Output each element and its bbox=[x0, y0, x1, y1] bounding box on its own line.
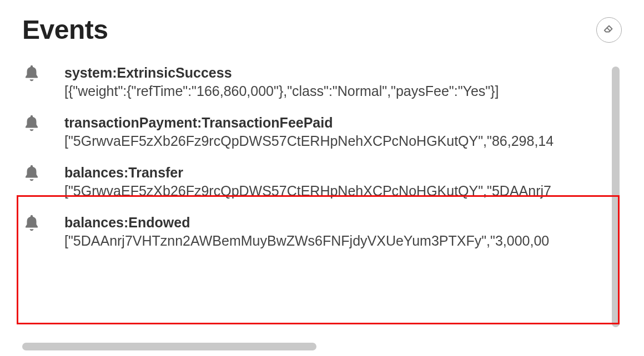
event-body: balances:Transfer ["5GrwvaEF5zXb26Fz9rcQ… bbox=[64, 165, 606, 199]
bell-icon bbox=[22, 164, 41, 182]
bell-icon bbox=[22, 114, 41, 133]
events-header: Events bbox=[22, 14, 622, 45]
event-details: ["5GrwvaEF5zXb26Fz9rcQpDWS57CtERHpNehXCP… bbox=[64, 133, 606, 149]
event-body: transactionPayment:TransactionFeePaid ["… bbox=[64, 115, 606, 149]
event-body: balances:Endowed ["5DAAnrj7VHTznn2AWBemM… bbox=[64, 215, 606, 249]
event-row[interactable]: balances:Endowed ["5DAAnrj7VHTznn2AWBemM… bbox=[22, 215, 606, 249]
horizontal-scrollbar[interactable] bbox=[22, 343, 611, 350]
events-viewport: system:ExtrinsicSuccess [{"weight":{"ref… bbox=[22, 65, 622, 337]
event-row[interactable]: balances:Transfer ["5GrwvaEF5zXb26Fz9rcQ… bbox=[22, 165, 606, 199]
page-title: Events bbox=[22, 14, 108, 45]
eraser-icon bbox=[603, 23, 615, 37]
event-details: ["5GrwvaEF5zXb26Fz9rcQpDWS57CtERHpNehXCP… bbox=[64, 183, 606, 199]
clear-events-button[interactable] bbox=[596, 17, 622, 43]
vertical-scrollbar-thumb[interactable] bbox=[612, 67, 620, 327]
event-name: transactionPayment:TransactionFeePaid bbox=[64, 115, 606, 131]
events-list[interactable]: system:ExtrinsicSuccess [{"weight":{"ref… bbox=[22, 65, 622, 337]
bell-icon bbox=[22, 65, 41, 83]
horizontal-scrollbar-thumb[interactable] bbox=[22, 343, 316, 350]
event-details: [{"weight":{"refTime":"166,860,000"},"cl… bbox=[64, 83, 606, 99]
event-name: balances:Endowed bbox=[64, 215, 606, 231]
event-name: system:ExtrinsicSuccess bbox=[64, 65, 606, 81]
event-details: ["5DAAnrj7VHTznn2AWBemMuyBwZWs6FNFjdyVXU… bbox=[64, 233, 606, 249]
event-row[interactable]: transactionPayment:TransactionFeePaid ["… bbox=[22, 115, 606, 149]
bell-icon bbox=[22, 213, 41, 232]
event-row[interactable]: system:ExtrinsicSuccess [{"weight":{"ref… bbox=[22, 65, 606, 99]
events-panel: Events system:ExtrinsicSuccess [{"weight… bbox=[0, 0, 644, 337]
event-body: system:ExtrinsicSuccess [{"weight":{"ref… bbox=[64, 65, 606, 99]
vertical-scrollbar[interactable] bbox=[612, 67, 620, 338]
event-name: balances:Transfer bbox=[64, 165, 606, 181]
